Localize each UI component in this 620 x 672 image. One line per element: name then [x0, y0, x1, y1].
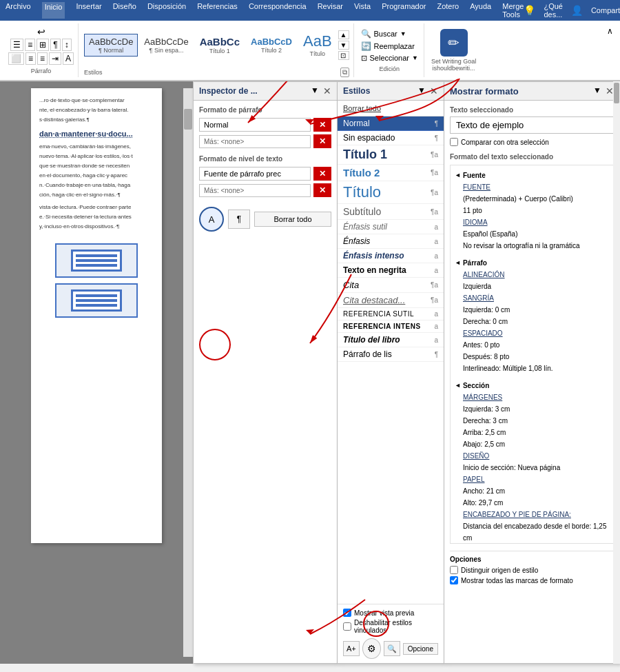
nivel-reset-btn[interactable]: ✕ [313, 167, 331, 181]
style-item-cita[interactable]: Cita ¶a [338, 278, 444, 293]
style-titulo1-preview: AaBbCc [200, 36, 240, 48]
align-left-icon[interactable]: ⬜ [8, 52, 24, 65]
encabezado-link[interactable]: ENCABEZADO Y PIE DE PÁGINA: [463, 509, 609, 520]
style-item-titulo-libro[interactable]: Título del libro a [338, 333, 444, 347]
style-titulo1[interactable]: AaBbCc Título 1 [195, 33, 245, 57]
style-titulo2[interactable]: AaBbCcD Título 2 [246, 34, 297, 57]
menu-zotero[interactable]: Zotero [437, 2, 459, 19]
alineacion-link[interactable]: ALINEACIÓN [463, 269, 609, 281]
style-inspector-btn[interactable]: 🔍 [384, 641, 400, 656]
inspector-menu-icon[interactable]: ▼ [311, 85, 319, 96]
espaciado-link[interactable]: ESPACIADO [463, 327, 609, 339]
estilos-menu-icon[interactable]: ▼ [417, 85, 426, 96]
style-item-ref-sutil[interactable]: REFERENCIA SUTIL a [338, 308, 444, 320]
fuente-link[interactable]: FUENTE [463, 181, 609, 193]
format-para-btn[interactable]: ¶ [228, 210, 250, 229]
replace-button[interactable]: 🔄 Reemplazar [361, 41, 418, 51]
estilos-close-icon[interactable]: ✕ [430, 85, 438, 96]
align-right-icon[interactable]: ≡ [37, 52, 48, 65]
doc-scrollbar[interactable] [183, 88, 193, 657]
style-item-parrafo-lista[interactable]: Párrafo de lis ¶ [338, 347, 444, 362]
numbered-list-icon[interactable]: ≡ [25, 39, 35, 51]
style-normal[interactable]: AaBbCcDe ¶ Normal [84, 34, 138, 57]
parrafo-input[interactable] [199, 118, 311, 132]
menu-referencias[interactable]: Referencias [197, 2, 238, 19]
style-titulo[interactable]: AaB Título [298, 30, 337, 60]
diseno-link[interactable]: DISEÑO [463, 450, 609, 462]
paragraph-mark-icon[interactable]: ¶ [50, 39, 60, 51]
style-sin-espaciado[interactable]: AaBbCcDe ¶ Sin espa... [139, 34, 193, 57]
undo-icon[interactable]: ↩ [37, 26, 45, 37]
search-button[interactable]: 🔍 Buscar ▼ [361, 29, 418, 39]
writing-goal-label: Set Writing Goal [431, 58, 476, 65]
estilos-expand-icon[interactable]: ⧉ [340, 68, 349, 77]
style-titulo-preview: AaB [303, 32, 332, 50]
image-line [76, 254, 117, 257]
style-item-enfasis-sutil[interactable]: Énfasis sutil a [338, 220, 444, 234]
sort-icon[interactable]: ↕ [62, 39, 72, 51]
lightbulb-icon: 💡 [524, 5, 535, 16]
opciones-btn[interactable]: Opcione [403, 643, 438, 655]
format-char-btn[interactable]: A [199, 207, 224, 232]
deshabilitar-estilos-checkbox[interactable] [343, 622, 351, 631]
styles-section: AaBbCcDe ¶ Normal AaBbCcDe ¶ Sin espa...… [80, 23, 353, 77]
highlight-icon[interactable]: A [63, 52, 74, 65]
menu-correspondencia[interactable]: Correspondencia [249, 2, 307, 19]
style-item-subtitulo[interactable]: Subtítulo ¶a [338, 204, 444, 220]
style-item-cita-dest[interactable]: Cita destacad... ¶a [338, 293, 444, 308]
style-item-normal[interactable]: Normal ¶ [338, 116, 444, 131]
style-item-enfasis[interactable]: Énfasis a [338, 234, 444, 249]
menu-vista[interactable]: Vista [354, 2, 371, 19]
menu-programador[interactable]: Programador [382, 2, 426, 19]
select-button[interactable]: ⊡ Seleccionar ▼ [361, 54, 418, 63]
writing-goal-section[interactable]: ✏ Set Writing Goal ishouldbewriti... [426, 23, 482, 77]
bullet-list-icon[interactable]: ☰ [10, 39, 23, 51]
style-item-titulo1[interactable]: Título 1 ¶a [338, 145, 444, 165]
manage-styles-btn[interactable]: ⚙ [362, 638, 381, 659]
mostrar-marcas-checkbox[interactable] [450, 576, 458, 584]
distinguir-checkbox[interactable] [450, 566, 458, 574]
comparar-checkbox[interactable] [450, 138, 458, 146]
papel-link[interactable]: PAPEL [463, 474, 609, 485]
nivel-input[interactable] [199, 167, 311, 181]
formato-menu-icon[interactable]: ▼ [593, 85, 601, 96]
formato-tree-scrollbar[interactable] [613, 165, 614, 544]
menu-revisar[interactable]: Revisar [318, 2, 343, 19]
align-center-icon[interactable]: ≡ [25, 52, 36, 65]
styles-scroll-down[interactable]: ▼ [338, 41, 349, 50]
sangria-link[interactable]: SANGRÍA [463, 292, 609, 304]
style-item-enfasis-intenso[interactable]: Énfasis intenso a [338, 249, 444, 263]
styles-expand[interactable]: ⊡ [338, 51, 349, 60]
borrar-todo-inspector-btn[interactable]: Borrar todo [254, 212, 331, 227]
styles-scroll-up[interactable]: ▲ [338, 30, 349, 39]
menu-disposicion[interactable]: Disposición [147, 2, 186, 19]
help-button[interactable]: ¿Qué des... [544, 2, 563, 19]
replace-label: Reemplazar [374, 42, 415, 50]
style-item-titulo2[interactable]: Título 2 ¶a [338, 165, 444, 181]
indent-icon[interactable]: ⇥ [49, 52, 61, 65]
menu-insertar[interactable]: Insertar [76, 2, 101, 19]
menu-archivo[interactable]: Archivo [6, 2, 31, 19]
idioma-link[interactable]: IDIOMA [463, 216, 609, 228]
new-style-btn[interactable]: A+ [343, 641, 360, 656]
style-item-titulo[interactable]: Título ¶a [338, 181, 444, 204]
menu-inicio[interactable]: Inicio [42, 2, 65, 19]
nivel-mas-none-reset-btn[interactable]: ✕ [313, 183, 331, 197]
borrar-todo-estilos[interactable]: Borrar todo [343, 104, 381, 112]
menu-mergetools[interactable]: Merge Tools [502, 2, 524, 19]
style-item-ref-intens[interactable]: REFERENCIA INTENS a [338, 320, 444, 333]
parrafo-reset-btn[interactable]: ✕ [313, 118, 331, 132]
style-item-negrita[interactable]: Texto en negrita a [338, 263, 444, 278]
style-item-sin-espaciado[interactable]: Sin espaciado ¶ [338, 131, 444, 145]
image-line [76, 304, 117, 307]
share-button[interactable]: Compartir [591, 6, 620, 14]
margenes-link[interactable]: MÁRGENES [463, 391, 609, 403]
mas-none-reset-btn[interactable]: ✕ [313, 134, 331, 148]
menu-diseno[interactable]: Diseño [113, 2, 136, 19]
outline-icon[interactable]: ⊞ [37, 39, 49, 51]
inspector-close-icon[interactable]: ✕ [323, 85, 331, 96]
collapse-ribbon-button[interactable]: ∧ [604, 23, 616, 39]
editing-section: 🔍 Buscar ▼ 🔄 Reemplazar ⊡ Seleccionar ▼ … [355, 23, 424, 77]
menu-ayuda[interactable]: Ayuda [470, 2, 491, 19]
mostrar-vista-previa-checkbox[interactable] [343, 609, 351, 617]
